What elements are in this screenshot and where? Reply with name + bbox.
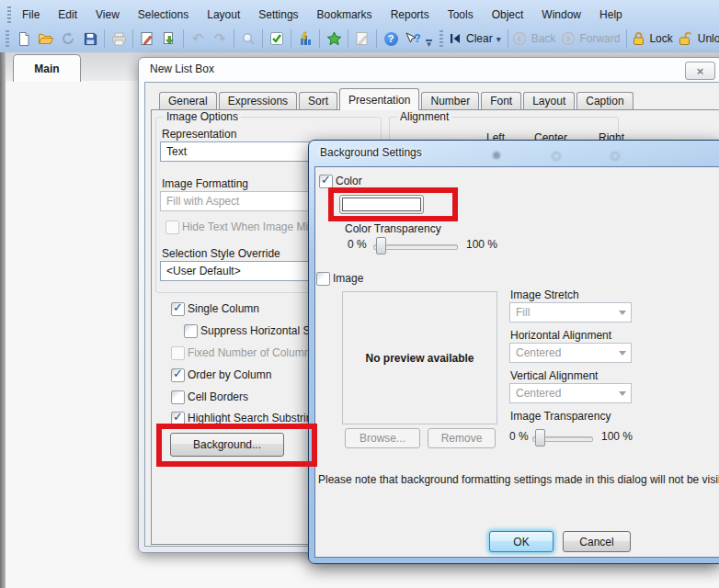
tab-expressions[interactable]: Expressions bbox=[219, 92, 297, 109]
image-stretch-label: Image Stretch bbox=[510, 288, 579, 301]
dialog-title: Background Settings bbox=[320, 146, 422, 159]
menu-selections[interactable]: Selections bbox=[131, 6, 196, 24]
color-label: Color bbox=[336, 175, 362, 187]
lock-icon[interactable] bbox=[630, 28, 646, 50]
color-transparency-label: Color Transparency bbox=[345, 222, 441, 235]
back-icon bbox=[511, 28, 529, 50]
horizontal-alignment-select: Centered bbox=[509, 343, 632, 363]
toolbar: ↶ ↷ ? ? bbox=[4, 27, 719, 51]
hide-text-label: Hide Text When Image Miss bbox=[182, 220, 319, 233]
context-help-icon[interactable]: ? bbox=[402, 28, 424, 50]
undo-icon: ↶ bbox=[187, 28, 209, 50]
clear-dropdown-icon[interactable]: ▾ bbox=[496, 34, 501, 44]
selection-style-label: Selection Style Override bbox=[162, 247, 280, 260]
application-window: File Edit View Selections Layout Setting… bbox=[0, 0, 719, 588]
tab-sort[interactable]: Sort bbox=[299, 92, 337, 109]
color-transparency-thumb[interactable] bbox=[376, 237, 386, 254]
toolbar-drag-handle bbox=[6, 30, 9, 47]
image-label: Image bbox=[333, 272, 363, 285]
add-bookmark-icon[interactable] bbox=[323, 28, 345, 50]
image-transparency-thumb bbox=[535, 429, 545, 447]
representation-label: Representation bbox=[162, 128, 236, 141]
window-chrome: File Edit View Selections Layout Setting… bbox=[0, 0, 719, 53]
ghost-radio-right bbox=[611, 152, 620, 161]
tab-caption[interactable]: Caption bbox=[576, 92, 633, 109]
tab-layout[interactable]: Layout bbox=[523, 92, 575, 109]
toolbar2-drag-handle bbox=[439, 30, 443, 47]
unlock-button[interactable]: Unlock bbox=[698, 32, 719, 45]
help-icon[interactable]: ? bbox=[380, 28, 402, 50]
ghost-radio-center bbox=[552, 152, 561, 161]
remove-button: Remove bbox=[428, 428, 496, 448]
horizontal-alignment-label: Horizontal Alignment bbox=[510, 329, 611, 342]
color-checkbox[interactable] bbox=[319, 175, 333, 188]
menu-bookmarks[interactable]: Bookmarks bbox=[310, 6, 380, 24]
reload-icon[interactable] bbox=[57, 28, 79, 50]
dialog-title: New List Box bbox=[150, 62, 214, 75]
toolbar-options-icon[interactable]: ▾ bbox=[426, 40, 432, 47]
cell-borders-checkbox[interactable] bbox=[171, 390, 185, 404]
menu-file[interactable]: File bbox=[15, 6, 47, 24]
dialog-tab-bar: General Expressions Sort Presentation Nu… bbox=[159, 87, 635, 109]
lock-button[interactable]: Lock bbox=[649, 32, 672, 45]
unlock-icon[interactable] bbox=[677, 28, 695, 50]
browse-button: Browse... bbox=[345, 428, 420, 448]
sheet-tab-main[interactable]: Main bbox=[13, 54, 81, 82]
window-left-border bbox=[0, 52, 6, 588]
dialog-note: Please note that background formatting s… bbox=[318, 473, 719, 486]
menu-window[interactable]: Window bbox=[534, 6, 588, 24]
ghost-radio-left bbox=[493, 152, 500, 159]
image-transparency-max: 100 % bbox=[601, 430, 633, 443]
image-stretch-select: Fill bbox=[509, 302, 632, 322]
menu-object[interactable]: Object bbox=[485, 6, 531, 24]
menu-view[interactable]: View bbox=[88, 6, 127, 24]
tab-font[interactable]: Font bbox=[481, 92, 521, 109]
menu-settings[interactable]: Settings bbox=[251, 6, 305, 24]
image-transparency-min: 0 % bbox=[509, 430, 529, 443]
suppress-horizontal-scrollbar-checkbox[interactable] bbox=[184, 324, 198, 338]
single-column-checkbox[interactable] bbox=[171, 302, 185, 316]
search-icon bbox=[237, 28, 259, 50]
print-icon bbox=[108, 28, 130, 50]
tab-presentation[interactable]: Presentation bbox=[339, 88, 419, 110]
close-icon[interactable]: × bbox=[685, 62, 715, 80]
image-preview: No preview available bbox=[342, 291, 497, 424]
reduce-data-icon[interactable] bbox=[158, 28, 180, 50]
menu-bar: File Edit View Selections Layout Setting… bbox=[6, 5, 633, 25]
menu-help[interactable]: Help bbox=[592, 6, 630, 24]
vertical-alignment-select: Centered bbox=[509, 383, 632, 403]
open-icon[interactable] bbox=[35, 28, 57, 50]
image-checkbox[interactable] bbox=[316, 272, 330, 286]
hide-text-checkbox bbox=[165, 220, 179, 234]
image-transparency-label: Image Transparency bbox=[510, 410, 611, 423]
edit-sheet-properties-icon[interactable] bbox=[136, 28, 158, 50]
ok-button[interactable]: OK bbox=[489, 531, 554, 552]
back-button: Back bbox=[531, 32, 556, 45]
order-by-column-checkbox[interactable] bbox=[171, 368, 185, 382]
current-selections-icon[interactable] bbox=[266, 28, 288, 50]
tab-number[interactable]: Number bbox=[421, 92, 479, 109]
forward-button: Forward bbox=[579, 32, 620, 45]
menu-tools[interactable]: Tools bbox=[440, 6, 481, 24]
color-transparency-min: 0 % bbox=[348, 238, 367, 251]
annotation-color-swatch bbox=[328, 187, 458, 221]
quick-chart-wizard-icon[interactable] bbox=[294, 28, 316, 50]
menu-edit[interactable]: Edit bbox=[51, 6, 85, 24]
edit-notes-icon bbox=[351, 28, 373, 50]
save-icon[interactable] bbox=[79, 28, 101, 50]
annotation-background-button bbox=[156, 424, 317, 467]
tab-general[interactable]: General bbox=[159, 92, 217, 109]
menu-reports[interactable]: Reports bbox=[383, 6, 437, 24]
new-document-icon[interactable] bbox=[13, 28, 35, 50]
clear-icon[interactable] bbox=[447, 28, 463, 50]
forward-icon bbox=[559, 28, 576, 50]
fixed-number-of-columns-checkbox bbox=[171, 346, 185, 360]
menubar-drag-handle bbox=[7, 6, 11, 23]
menu-layout[interactable]: Layout bbox=[200, 6, 247, 24]
cancel-button[interactable]: Cancel bbox=[563, 531, 631, 552]
redo-icon: ↷ bbox=[209, 28, 231, 50]
image-formatting-label: Image Formatting bbox=[162, 177, 248, 190]
color-transparency-max: 100 % bbox=[466, 238, 497, 251]
clear-button[interactable]: Clear bbox=[466, 32, 493, 45]
vertical-alignment-label: Vertical Alignment bbox=[510, 369, 598, 382]
